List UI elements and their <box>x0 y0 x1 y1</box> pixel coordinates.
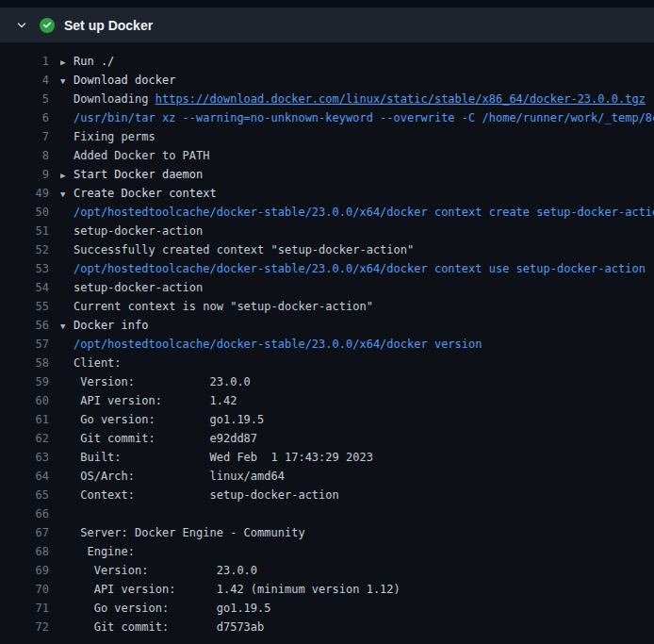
download-url-link[interactable]: https://download.docker.com/linux/static… <box>155 92 646 106</box>
line-number[interactable]: 49 <box>0 184 60 203</box>
log-group-header[interactable]: ▶Run ./ <box>60 52 654 71</box>
log-text: Current context is now "setup-docker-act… <box>60 297 654 316</box>
log-line: 68 Engine: <box>0 542 654 561</box>
log-line: 72 Git commit: d7573ab <box>0 618 654 636</box>
log-line: 7Fixing perms <box>0 127 654 146</box>
log-line: 53/opt/hostedtoolcache/docker-stable/23.… <box>0 259 654 278</box>
log-text: Context: setup-docker-action <box>60 486 654 504</box>
log-text: OS/Arch: linux/amd64 <box>60 467 654 486</box>
log-text: Version: 23.0.0 <box>60 372 654 391</box>
log-command-text: /opt/hostedtoolcache/docker-stable/23.0.… <box>60 335 654 354</box>
group-collapsed-icon[interactable]: ▶ <box>60 166 74 184</box>
log-line: 62 Git commit: e92dd87 <box>0 429 654 448</box>
log-text <box>60 504 654 523</box>
log-text: Go version: go1.19.5 <box>60 410 654 429</box>
group-label[interactable]: Start Docker daemon <box>74 168 203 181</box>
log-group-header[interactable]: ▶Start Docker daemon <box>60 165 654 184</box>
group-label[interactable]: Download docker <box>74 74 175 87</box>
log-group-header[interactable]: ▼Download docker <box>60 71 654 90</box>
log-line: 58Client: <box>0 354 654 372</box>
log-line: 9▶Start Docker daemon <box>0 165 654 184</box>
line-number[interactable]: 53 <box>0 259 60 278</box>
log-line: 52Successfully created context "setup-do… <box>0 240 654 259</box>
line-number[interactable]: 50 <box>0 203 60 222</box>
group-expanded-icon[interactable]: ▼ <box>60 185 74 203</box>
chevron-down-icon[interactable] <box>15 19 28 32</box>
line-number[interactable]: 55 <box>0 297 60 316</box>
log-text-prefix: Downloading <box>74 92 155 106</box>
line-number[interactable]: 9 <box>0 165 60 184</box>
log-line: 55Current context is now "setup-docker-a… <box>0 297 654 316</box>
line-number[interactable]: 56 <box>0 316 60 335</box>
log-line: 65 Context: setup-docker-action <box>0 486 654 504</box>
log-text: Successfully created context "setup-dock… <box>60 240 654 259</box>
log-line: 6/usr/bin/tar xz --warning=no-unknown-ke… <box>0 108 654 127</box>
step-title: Set up Docker <box>64 18 153 33</box>
log-text: Git commit: d7573ab <box>60 618 654 636</box>
line-number[interactable]: 63 <box>0 448 60 467</box>
log-text: Git commit: e92dd87 <box>60 429 654 448</box>
line-number[interactable]: 57 <box>0 335 60 354</box>
group-expanded-icon[interactable]: ▼ <box>60 72 74 90</box>
line-number[interactable]: 8 <box>0 146 60 165</box>
line-number[interactable]: 52 <box>0 240 60 259</box>
line-number[interactable]: 61 <box>0 410 60 429</box>
log-line: 1▶Run ./ <box>0 52 654 71</box>
log-line: 50/opt/hostedtoolcache/docker-stable/23.… <box>0 203 654 222</box>
log-group-header[interactable]: ▼Create Docker context <box>60 184 654 203</box>
line-number[interactable]: 1 <box>0 52 60 71</box>
log-text: Client: <box>60 354 654 372</box>
log-container: 1▶Run ./4▼Download docker5Downloading ht… <box>0 42 654 636</box>
log-line: 8Added Docker to PATH <box>0 146 654 165</box>
log-text: setup-docker-action <box>60 222 654 240</box>
log-line: 57/opt/hostedtoolcache/docker-stable/23.… <box>0 335 654 354</box>
line-number[interactable]: 68 <box>0 542 60 561</box>
line-number[interactable]: 71 <box>0 599 60 618</box>
log-line: 64 OS/Arch: linux/amd64 <box>0 467 654 486</box>
line-number[interactable]: 4 <box>0 71 60 90</box>
line-number[interactable]: 66 <box>0 504 60 523</box>
success-check-icon <box>40 18 55 33</box>
line-number[interactable]: 65 <box>0 486 60 504</box>
group-label[interactable]: Docker info <box>74 319 148 332</box>
line-number[interactable]: 69 <box>0 561 60 580</box>
line-number[interactable]: 6 <box>0 108 60 127</box>
line-number[interactable]: 62 <box>0 429 60 448</box>
log-text: API version: 1.42 (minimum version 1.12) <box>60 580 654 599</box>
log-text: Built: Wed Feb 1 17:43:29 2023 <box>60 448 654 467</box>
log-text: Fixing perms <box>60 127 654 146</box>
step-header[interactable]: Set up Docker <box>0 8 654 42</box>
line-number[interactable]: 5 <box>0 90 60 108</box>
log-group-header[interactable]: ▼Docker info <box>60 316 654 335</box>
group-expanded-icon[interactable]: ▼ <box>60 317 74 335</box>
line-number[interactable]: 51 <box>0 222 60 240</box>
log-command-text: /opt/hostedtoolcache/docker-stable/23.0.… <box>60 203 654 222</box>
line-number[interactable]: 70 <box>0 580 60 599</box>
log-line: 49▼Create Docker context <box>0 184 654 203</box>
log-line: 59 Version: 23.0.0 <box>0 372 654 391</box>
line-number[interactable]: 54 <box>0 278 60 297</box>
log-text: Go version: go1.19.5 <box>60 599 654 618</box>
line-number[interactable]: 58 <box>0 354 60 372</box>
group-label[interactable]: Create Docker context <box>74 187 217 200</box>
line-number[interactable]: 72 <box>0 618 60 636</box>
line-number[interactable]: 59 <box>0 372 60 391</box>
log-line: 70 API version: 1.42 (minimum version 1.… <box>0 580 654 599</box>
log-line: 67 Server: Docker Engine - Community <box>0 523 654 542</box>
line-number[interactable]: 60 <box>0 391 60 410</box>
page-top-gap <box>0 0 654 8</box>
group-collapsed-icon[interactable]: ▶ <box>60 53 74 71</box>
log-text: Version: 23.0.0 <box>60 561 654 580</box>
group-label[interactable]: Run ./ <box>74 55 114 68</box>
log-line: 51setup-docker-action <box>0 222 654 240</box>
log-line: 60 API version: 1.42 <box>0 391 654 410</box>
log-text: Engine: <box>60 542 654 561</box>
log-line: 56▼Docker info <box>0 316 654 335</box>
line-number[interactable]: 7 <box>0 127 60 146</box>
log-line: 61 Go version: go1.19.5 <box>0 410 654 429</box>
log-text: API version: 1.42 <box>60 391 654 410</box>
line-number[interactable]: 64 <box>0 467 60 486</box>
line-number[interactable]: 67 <box>0 523 60 542</box>
log-line: 5Downloading https://download.docker.com… <box>0 90 654 108</box>
log-line: 71 Go version: go1.19.5 <box>0 599 654 618</box>
